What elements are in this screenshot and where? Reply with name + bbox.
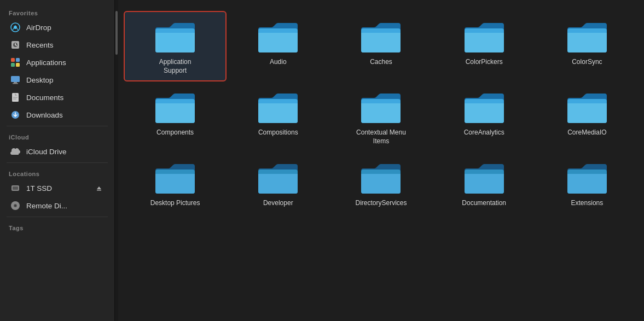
folder-colorsync[interactable]: ColorSync	[536, 11, 639, 81]
folder-label-compositions: Compositions	[258, 129, 298, 137]
svg-rect-20	[97, 190, 101, 191]
sidebar-item-airdrop[interactable]: AirDrop	[3, 19, 111, 36]
icloud-section-label: iCloud	[0, 129, 114, 143]
folder-label-components: Components	[156, 129, 194, 137]
locations-section-label: Locations	[0, 165, 114, 179]
folder-developer[interactable]: Developer	[227, 152, 329, 214]
sidebar: Favorites AirDrop Recents	[0, 0, 115, 321]
downloads-label: Downloads	[26, 111, 63, 119]
folder-label-contextual-menu-items: Contextual Menu Items	[353, 129, 408, 145]
folder-colorpickers[interactable]: ColorPickers	[433, 11, 536, 81]
svg-rect-24	[158, 33, 193, 50]
sidebar-item-applications[interactable]: Applications	[3, 54, 111, 71]
folder-label-extensions: Extensions	[571, 199, 604, 208]
icloud-drive-label: iCloud Drive	[26, 148, 67, 156]
documents-label: Documents	[26, 94, 63, 102]
folder-directoryservices[interactable]: DirectoryServices	[329, 152, 432, 214]
folder-label-developer: Developer	[263, 199, 293, 208]
sidebar-item-downloads[interactable]: Downloads	[3, 107, 111, 123]
svg-rect-10	[11, 76, 20, 82]
sidebar-item-documents[interactable]: Documents	[3, 89, 111, 106]
sidebar-item-icloud-drive[interactable]: iCloud Drive	[3, 143, 111, 160]
icloud-drive-icon	[10, 146, 21, 157]
desktop-icon	[10, 74, 21, 85]
divider-1	[7, 126, 108, 126]
disc-icon	[10, 200, 21, 211]
svg-point-23	[15, 205, 16, 207]
eject-icon[interactable]	[96, 185, 102, 191]
tags-section-label: Tags	[0, 219, 114, 234]
folder-coremediaio[interactable]: CoreMediaIO	[536, 81, 639, 152]
remote-di-label: Remote Di...	[26, 202, 67, 210]
sidebar-item-desktop[interactable]: Desktop	[3, 72, 111, 88]
svg-rect-12	[13, 83, 18, 84]
svg-rect-9	[16, 63, 20, 67]
folder-audio[interactable]: Audio	[227, 11, 329, 81]
folder-caches[interactable]: Caches	[329, 11, 432, 81]
svg-rect-7	[16, 58, 20, 62]
folder-label-directoryservices: DirectoryServices	[355, 199, 407, 208]
folder-label-desktop-pictures: Desktop Pictures	[150, 199, 200, 208]
folder-components[interactable]: Components	[124, 81, 227, 152]
folder-grid: Application Support Audio Caches ColorPi…	[118, 0, 644, 321]
scrollbar[interactable]	[115, 0, 118, 321]
desktop-label: Desktop	[26, 76, 54, 84]
svg-rect-8	[11, 63, 15, 67]
folder-contextual-menu-items[interactable]: Contextual Menu Items	[329, 81, 432, 152]
svg-rect-11	[14, 82, 17, 83]
divider-3	[7, 217, 108, 217]
applications-label: Applications	[26, 59, 66, 67]
drive-icon	[10, 183, 21, 194]
downloads-icon	[10, 109, 21, 120]
applications-icon	[10, 57, 21, 68]
sidebar-item-recents[interactable]: Recents	[3, 37, 111, 53]
favorites-section-label: Favorites	[0, 4, 114, 19]
sidebar-item-remote-di[interactable]: Remote Di...	[3, 197, 111, 214]
divider-2	[7, 162, 108, 163]
folder-label-colorsync: ColorSync	[572, 58, 602, 67]
documents-icon	[10, 92, 21, 103]
recents-icon	[10, 39, 21, 50]
folder-label-coremediaio: CoreMediaIO	[567, 129, 606, 137]
folder-label-audio: Audio	[270, 58, 287, 67]
airdrop-icon	[10, 22, 21, 33]
folder-compositions[interactable]: Compositions	[227, 81, 329, 152]
folder-label-caches: Caches	[370, 58, 392, 67]
folder-desktop-pictures[interactable]: Desktop Pictures	[124, 152, 227, 214]
folder-application-support[interactable]: Application Support	[124, 11, 227, 81]
folder-extensions[interactable]: Extensions	[536, 152, 639, 214]
folder-label-colorpickers: ColorPickers	[466, 58, 503, 67]
folder-coreanalytics[interactable]: CoreAnalytics	[433, 81, 536, 152]
scrollbar-thumb[interactable]	[115, 11, 118, 55]
svg-rect-18	[13, 186, 18, 190]
folder-label-application-support: Application Support	[148, 58, 202, 75]
1t-ssd-label: 1T SSD	[26, 184, 90, 192]
airdrop-label: AirDrop	[26, 24, 51, 32]
recents-label: Recents	[26, 41, 54, 49]
folder-label-coreanalytics: CoreAnalytics	[464, 129, 504, 137]
folder-documentation[interactable]: Documentation	[433, 152, 536, 214]
folder-label-documentation: Documentation	[462, 199, 506, 208]
svg-rect-6	[11, 58, 15, 62]
sidebar-item-1t-ssd[interactable]: 1T SSD	[3, 180, 111, 196]
